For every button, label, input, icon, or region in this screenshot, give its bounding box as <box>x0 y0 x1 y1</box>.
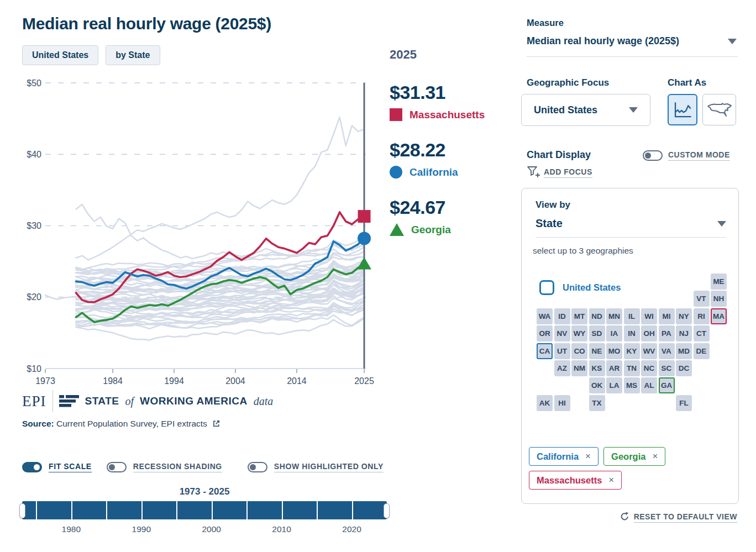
chart-option-toggles: FIT SCALERECESSION SHADINGSHOW HIGHLIGHT… <box>22 462 384 472</box>
x-axis-label: 2014 <box>287 376 307 386</box>
state-tile-ia[interactable]: IA <box>606 325 622 341</box>
chart-display-card: View by State select up to 3 geographies… <box>521 188 739 504</box>
state-tile-al[interactable]: AL <box>641 377 657 393</box>
view-by-label: View by <box>536 199 570 211</box>
state-tile-vt[interactable]: VT <box>694 291 710 307</box>
state-tile-ga[interactable]: GA <box>659 377 675 393</box>
state-tile-tx[interactable]: TX <box>589 395 605 411</box>
timeline-start-handle[interactable] <box>19 503 25 518</box>
state-tile-wi[interactable]: WI <box>641 308 657 324</box>
state-tile-ar[interactable]: AR <box>606 360 622 376</box>
toggle-fit-scale[interactable] <box>22 462 42 472</box>
state-tile-nm[interactable]: NM <box>571 360 587 376</box>
state-tile-co[interactable]: CO <box>571 343 587 359</box>
state-tile-nh[interactable]: NH <box>711 291 727 307</box>
view-by-select[interactable]: State <box>536 217 726 230</box>
state-tile-mn[interactable]: MN <box>606 308 622 324</box>
toggle-group-recession-shading: RECESSION SHADING <box>107 462 222 472</box>
x-axis-label: 1984 <box>103 376 123 386</box>
state-tile-mt[interactable]: MT <box>571 308 587 324</box>
state-tile-ri[interactable]: RI <box>694 308 710 324</box>
callout-panel: 2025 $31.31Massachusetts$28.22California… <box>390 48 519 254</box>
state-tile-az[interactable]: AZ <box>554 360 570 376</box>
state-tile-nv[interactable]: NV <box>554 325 570 341</box>
state-tile-wv[interactable]: WV <box>641 343 657 359</box>
state-tile-wy[interactable]: WY <box>571 325 587 341</box>
state-tile-ny[interactable]: NY <box>676 308 692 324</box>
measure-value: Median real hourly wage (2025$) <box>527 35 679 47</box>
toggle-knob <box>34 464 40 470</box>
state-tile-il[interactable]: IL <box>624 308 640 324</box>
remove-chip-icon[interactable]: × <box>585 451 591 462</box>
background-line-alaska-high-early-outlier- <box>76 204 364 259</box>
geographic-focus-select[interactable]: United States <box>521 94 650 126</box>
state-tile-mo[interactable]: MO <box>606 343 622 359</box>
chip-california[interactable]: California× <box>529 447 599 466</box>
state-tile-oh[interactable]: OH <box>641 325 657 341</box>
state-tile-hi[interactable]: HI <box>554 395 570 411</box>
state-tile-ca[interactable]: CA <box>537 343 553 359</box>
external-link-icon[interactable] <box>212 419 221 428</box>
chart-as-line-button[interactable] <box>668 94 697 125</box>
toggle-recession-shading[interactable] <box>107 462 127 472</box>
epi-logo[interactable]: EPI STATE of WORKING AMERICA data <box>22 390 273 412</box>
endpoint-square-marker[interactable] <box>358 210 371 223</box>
add-focus-button[interactable]: ADD FOCUS <box>544 167 592 178</box>
state-tile-pa[interactable]: PA <box>659 325 675 341</box>
state-tile-in[interactable]: IN <box>624 325 640 341</box>
state-tile-de[interactable]: DE <box>694 343 710 359</box>
chip-massachusetts[interactable]: Massachusetts× <box>529 471 622 490</box>
timeline-tick <box>176 501 177 519</box>
state-tile-va[interactable]: VA <box>659 343 675 359</box>
timeline-end-handle[interactable] <box>384 503 390 518</box>
remove-chip-icon[interactable]: × <box>652 451 658 462</box>
state-tile-ma[interactable]: MA <box>711 308 727 324</box>
state-tile-tn[interactable]: TN <box>624 360 640 376</box>
measure-select[interactable]: Median real hourly wage (2025$) <box>527 35 737 47</box>
geographic-focus-label: Geographic Focus <box>527 77 609 88</box>
chip-label: Massachusetts <box>537 475 602 486</box>
callout-legend: California <box>390 166 519 178</box>
state-tile-ok[interactable]: OK <box>589 377 605 393</box>
toggle-label[interactable]: SHOW HIGHLIGHTED ONLY <box>274 462 384 472</box>
tab-united-states[interactable]: United States <box>22 45 98 65</box>
state-tile-ut[interactable]: UT <box>554 343 570 359</box>
state-tile-md[interactable]: MD <box>676 343 692 359</box>
state-tile-la[interactable]: LA <box>606 377 622 393</box>
timeline-year-label: 2000 <box>195 524 228 534</box>
state-tile-ky[interactable]: KY <box>624 343 640 359</box>
state-tile-fl[interactable]: FL <box>676 395 692 411</box>
wage-line-chart[interactable]: $10$20$30$40$50197319841994200420142025 <box>0 71 387 392</box>
state-tile-nj[interactable]: NJ <box>676 325 692 341</box>
state-tile-or[interactable]: OR <box>537 325 553 341</box>
chart-as-map-button[interactable] <box>702 94 736 125</box>
state-tile-id[interactable]: ID <box>554 308 570 324</box>
tab-by-state[interactable]: by State <box>106 45 160 65</box>
reset-to-default-button[interactable]: RESET TO DEFAULT VIEW <box>634 512 737 523</box>
state-tile-me[interactable]: ME <box>711 274 727 290</box>
state-tile-dc[interactable]: DC <box>676 360 692 376</box>
state-tile-ks[interactable]: KS <box>589 360 605 376</box>
callout-georgia: $24.67Georgia <box>390 197 519 236</box>
state-tile-nd[interactable]: ND <box>589 308 605 324</box>
state-tile-ak[interactable]: AK <box>537 395 553 411</box>
remove-chip-icon[interactable]: × <box>608 475 614 486</box>
toggle-label[interactable]: FIT SCALE <box>49 462 92 472</box>
callout-state-label: California <box>410 166 458 178</box>
timeline-tick <box>71 501 72 519</box>
state-tile-nc[interactable]: NC <box>641 360 657 376</box>
state-tile-ms[interactable]: MS <box>624 377 640 393</box>
chip-georgia[interactable]: Georgia× <box>603 447 665 466</box>
state-tile-ct[interactable]: CT <box>694 325 710 341</box>
state-tile-wa[interactable]: WA <box>537 308 553 324</box>
state-tile-mi[interactable]: MI <box>659 308 675 324</box>
timeline-slider[interactable] <box>22 501 387 519</box>
toggle-show-highlighted-only[interactable] <box>248 462 267 472</box>
state-tile-ne[interactable]: NE <box>589 343 605 359</box>
endpoint-circle-marker[interactable] <box>358 232 371 245</box>
custom-mode-toggle[interactable] <box>643 150 663 161</box>
toggle-label[interactable]: RECESSION SHADING <box>133 462 222 472</box>
state-tile-sd[interactable]: SD <box>589 325 605 341</box>
custom-mode-label[interactable]: CUSTOM MODE <box>668 150 730 161</box>
state-tile-sc[interactable]: SC <box>659 360 675 376</box>
